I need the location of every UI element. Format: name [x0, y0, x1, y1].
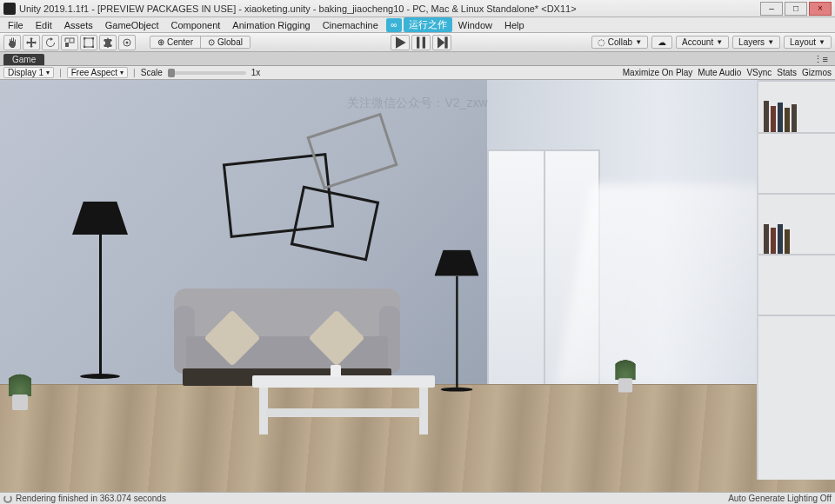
scale-value: 1x — [251, 68, 261, 77]
svg-point-8 — [126, 41, 129, 43]
svg-rect-2 — [84, 38, 93, 47]
collab-icon: ◌ — [598, 37, 605, 47]
window-titlebar: Unity 2019.1.1f1 - [PREVIEW PACKAGES IN … — [0, 0, 835, 17]
menu-file[interactable]: File — [2, 19, 30, 31]
cloud-button[interactable]: ☁ — [651, 36, 672, 49]
menu-help[interactable]: Help — [498, 19, 531, 31]
account-dropdown[interactable]: Account▼ — [676, 36, 729, 49]
tab-context-button[interactable]: ⋮≡ — [810, 54, 832, 65]
menu-window[interactable]: Window — [452, 19, 498, 31]
pivot-mode-group: ⊕Center ⊙Global — [150, 36, 250, 49]
svg-rect-9 — [417, 36, 419, 48]
scene-coffee-table — [252, 375, 435, 445]
chevron-down-icon: ▼ — [635, 38, 642, 46]
scene-plant-right — [615, 354, 635, 393]
chevron-down-icon: ▼ — [716, 38, 723, 46]
pause-button[interactable] — [411, 35, 431, 50]
gizmos-toggle[interactable]: Gizmos — [802, 68, 832, 77]
menu-edit[interactable]: Edit — [30, 19, 58, 31]
menu-cinemachine[interactable]: Cinemachine — [317, 19, 384, 31]
scene-floor-lamp-left — [70, 202, 130, 379]
game-viewport[interactable]: 关注微信公众号：V2_zxw — [0, 80, 835, 492]
plugin-highlight[interactable]: 运行之作 — [404, 17, 452, 32]
watermark-text: 关注微信公众号：V2_zxw — [0, 96, 835, 111]
scene-floor-lamp-right — [432, 249, 481, 391]
main-toolbar: ⊕Center ⊙Global ◌Collab▼ ☁ Account▼ Laye… — [0, 33, 835, 52]
layout-dropdown[interactable]: Layout▼ — [784, 36, 832, 49]
svg-point-6 — [92, 45, 95, 48]
scene-cup — [331, 365, 341, 377]
window-maximize-button[interactable]: □ — [785, 2, 807, 16]
cloud-icon[interactable]: ∞ — [386, 18, 402, 32]
scale-slider[interactable] — [168, 71, 246, 75]
unity-icon — [3, 3, 16, 15]
rotate-tool-button[interactable] — [42, 35, 59, 50]
scale-tool-button[interactable] — [61, 35, 78, 50]
rect-tool-button[interactable] — [80, 35, 97, 50]
svg-rect-11 — [444, 36, 447, 48]
lighting-status[interactable]: Auto Generate Lighting Off — [728, 494, 832, 503]
menu-component[interactable]: Component — [164, 19, 226, 31]
scale-label: Scale — [141, 68, 163, 77]
layers-dropdown[interactable]: Layers▼ — [732, 36, 780, 49]
chevron-down-icon: ▾ — [46, 69, 50, 76]
menu-assets[interactable]: Assets — [58, 19, 99, 31]
window-close-button[interactable]: × — [809, 2, 832, 16]
window-minimize-button[interactable]: – — [760, 2, 783, 16]
mute-audio-toggle[interactable]: Mute Audio — [698, 68, 741, 77]
svg-rect-10 — [423, 36, 425, 48]
slider-thumb[interactable] — [168, 69, 175, 77]
display-dropdown[interactable]: Display 1▾ — [3, 67, 54, 78]
status-message: Rendering finished in 363.074 seconds — [16, 494, 166, 503]
panel-tabstrip: Game ⋮≡ — [0, 52, 835, 66]
aspect-dropdown[interactable]: Free Aspect▾ — [67, 67, 128, 78]
chevron-down-icon: ▾ — [120, 69, 124, 76]
maximize-on-play-toggle[interactable]: Maximize On Play — [623, 68, 693, 77]
menu-animation-rigging[interactable]: Animation Rigging — [226, 19, 316, 31]
move-tool-button[interactable] — [23, 35, 40, 50]
game-controlbar: Display 1▾ | Free Aspect▾ | Scale 1x Max… — [0, 66, 835, 80]
menu-gameobject[interactable]: GameObject — [99, 19, 165, 31]
collab-dropdown[interactable]: ◌Collab▼ — [591, 36, 648, 49]
chevron-down-icon: ▼ — [767, 38, 774, 46]
progress-icon — [3, 494, 12, 503]
tab-game[interactable]: Game — [3, 54, 44, 65]
svg-rect-1 — [70, 38, 74, 43]
custom-tool-button[interactable] — [118, 35, 136, 50]
window-title: Unity 2019.1.1f1 - [PREVIEW PACKAGES IN … — [19, 3, 760, 14]
stats-toggle[interactable]: Stats — [777, 68, 797, 77]
pivot-global-button[interactable]: ⊙Global — [201, 36, 250, 48]
svg-rect-0 — [65, 43, 69, 47]
chevron-down-icon: ▼ — [818, 38, 825, 46]
svg-point-3 — [84, 37, 86, 40]
status-bar: Rendering finished in 363.074 seconds Au… — [0, 492, 835, 504]
transform-tool-button[interactable] — [99, 35, 117, 50]
scene-bookshelf — [757, 80, 835, 480]
pivot-center-button[interactable]: ⊕Center — [150, 36, 201, 48]
svg-point-5 — [84, 45, 86, 48]
step-button[interactable] — [432, 35, 451, 50]
hand-tool-button[interactable] — [3, 35, 21, 50]
vsync-toggle[interactable]: VSync — [746, 68, 772, 77]
cloud-icon: ☁ — [658, 37, 666, 47]
globe-icon: ⊙ — [208, 37, 215, 47]
play-button[interactable] — [391, 35, 410, 50]
center-icon: ⊕ — [157, 37, 164, 47]
menu-bar: File Edit Assets GameObject Component An… — [0, 17, 835, 33]
scene-plant-left — [9, 367, 31, 410]
svg-point-4 — [92, 37, 95, 40]
